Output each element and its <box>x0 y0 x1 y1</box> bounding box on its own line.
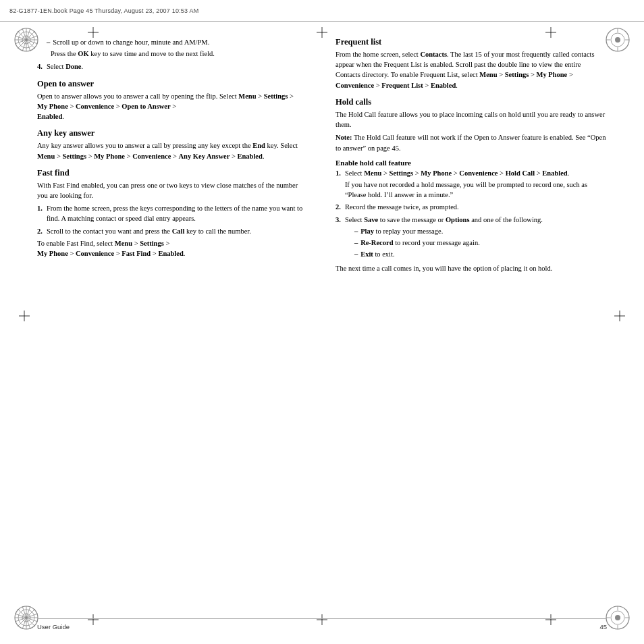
right-column: Frequent list From the home screen, sele… <box>329 37 607 607</box>
fast-find-step-1-text: From the home screen, press the keys cor… <box>47 203 308 223</box>
hold-step-3-content: Select Save to save the message or Optio… <box>345 215 543 261</box>
fast-find-step-2-num: 2. <box>37 226 43 236</box>
open-to-answer-heading: Open to answer <box>37 79 308 89</box>
fast-find-step-1: 1. From the home screen, press the keys … <box>37 203 308 223</box>
footer-right: 45 <box>599 623 607 630</box>
page: 82-G1877-1EN.book Page 45 Thursday, Augu… <box>0 0 644 644</box>
frequent-list-body: From the home screen, select Contacts. T… <box>336 49 607 90</box>
bottom-left-starburst <box>14 605 39 630</box>
dash-sym-1: – <box>47 37 50 47</box>
fast-find-step-2: 2. Scroll to the contact you want and pr… <box>37 226 308 236</box>
top-center-crosshair <box>317 27 327 38</box>
fast-find-step-1-num: 1. <box>37 203 43 223</box>
hold-step-3: 3. Select Save to save the message or Op… <box>336 215 607 261</box>
any-key-answer-heading: Any key answer <box>37 128 308 138</box>
hold-step-2-text: Record the message twice, as prompted. <box>345 202 459 212</box>
step-4: 4. Select Done. <box>37 61 308 72</box>
left-column: – Scroll up or down to change hour, minu… <box>37 37 315 607</box>
press-ok-text: Press the OK key to save time and move t… <box>51 49 308 59</box>
svg-point-35 <box>615 615 620 620</box>
content-area: – Scroll up or down to change hour, minu… <box>37 37 607 607</box>
top-right-crosshair <box>545 27 556 38</box>
top-left-starburst <box>14 27 39 53</box>
step-4-text: Select Done. <box>47 61 83 72</box>
top-left-crosshair <box>88 27 99 38</box>
hold-calls-note: Note: The Hold Call feature will not wor… <box>336 132 607 153</box>
hold-step-1: 1. Select Menu > Settings > My Phone > C… <box>336 168 607 200</box>
dash-scroll-text: Scroll up or down to change hour, minute… <box>53 37 209 47</box>
step-4-num: 4. <box>37 61 43 72</box>
fast-find-enable: To enable Fast Find, select Menu > Setti… <box>37 238 308 259</box>
hold-final-text: The next time a call comes in, you will … <box>336 263 607 273</box>
open-to-answer-body: Open to answer allows you to answer a ca… <box>37 91 308 122</box>
fast-find-intro: With Fast Find enabled, you can press on… <box>37 180 308 200</box>
dash-sym-exit: – <box>354 249 358 259</box>
top-strip: 82-G1877-1EN.book Page 45 Thursday, Augu… <box>0 0 644 22</box>
right-crosshair <box>614 311 625 321</box>
dash-sym-play: – <box>354 226 358 236</box>
hold-step-2: 2. Record the message twice, as prompted… <box>336 202 607 212</box>
bottom-right-deco <box>605 605 630 630</box>
hold-dash-rerecord: – Re-Record to record your message again… <box>354 238 543 248</box>
fast-find-heading: Fast find <box>37 168 308 178</box>
dash-scroll-item: – Scroll up or down to change hour, minu… <box>47 37 308 47</box>
enable-hold-call-heading: Enable hold call feature <box>336 159 607 167</box>
any-key-answer-body: Any key answer allows you to answer a ca… <box>37 140 308 161</box>
hold-step-2-num: 2. <box>336 202 341 212</box>
svg-point-13 <box>615 37 620 43</box>
hold-calls-body: The Hold Call feature allows you to plac… <box>336 109 607 130</box>
fast-find-step-2-text: Scroll to the contact you want and press… <box>47 226 251 236</box>
frequent-list-heading: Frequent list <box>336 37 607 47</box>
footer-left: User Guide <box>37 623 70 630</box>
top-right-deco <box>605 27 630 53</box>
left-crosshair <box>19 311 30 321</box>
hold-step-3-num: 3. <box>336 215 341 261</box>
hold-calls-heading: Hold calls <box>336 97 607 107</box>
dash-sym-rerecord: – <box>354 238 358 248</box>
top-strip-text: 82-G1877-1EN.book Page 45 Thursday, Augu… <box>9 7 198 14</box>
hold-step-1-content: Select Menu > Settings > My Phone > Conv… <box>345 168 607 200</box>
hold-dash-play: – Play to replay your message. <box>354 226 543 236</box>
footer: User Guide 45 <box>37 618 607 630</box>
hold-dash-exit: – Exit to exit. <box>354 249 543 259</box>
hold-step-1-num: 1. <box>336 168 341 200</box>
